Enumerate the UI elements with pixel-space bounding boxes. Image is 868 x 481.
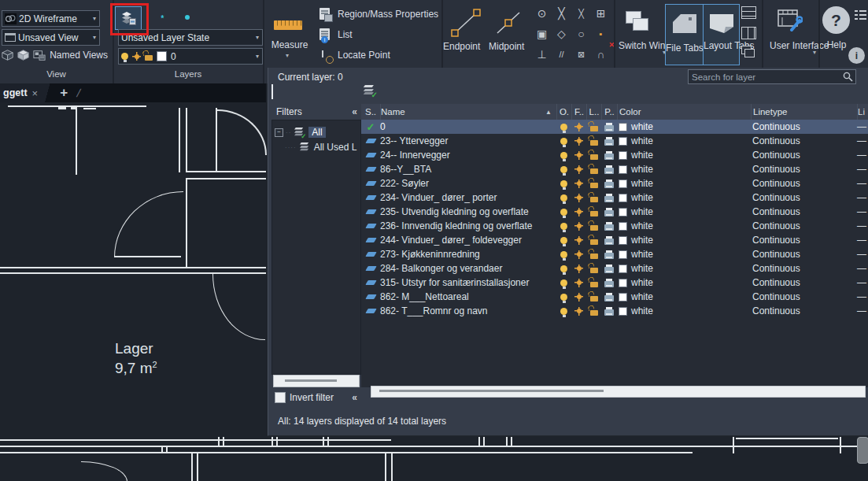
midpoint-button[interactable]: Midpoint	[489, 41, 524, 52]
layer-lock-icon[interactable]	[590, 197, 598, 202]
snap-node-icon[interactable]: ▣	[532, 24, 552, 44]
layer-color-swatch[interactable]	[619, 123, 627, 131]
layer-color-swatch[interactable]	[619, 179, 627, 188]
measure-button[interactable]: Measure	[268, 39, 312, 50]
chevron-down-icon[interactable]: ▾	[813, 49, 816, 56]
layer-plot-icon[interactable]	[604, 267, 614, 273]
locate-point-button[interactable]: Locate Point	[319, 49, 390, 61]
infocenter-list-icon[interactable]	[855, 9, 866, 22]
layer-freeze-icon[interactable]	[574, 165, 583, 174]
layer-lineweight[interactable]: —	[857, 305, 868, 316]
layer-row[interactable]: 862- M___NettoarealwhiteContinuous—	[361, 290, 868, 304]
layer-lineweight[interactable]: —	[857, 220, 868, 231]
layer-lock-icon[interactable]	[590, 310, 598, 316]
collapse-filters-button[interactable]: «	[352, 392, 356, 403]
snap-apparent-intersection-icon[interactable]: ╳	[571, 3, 591, 24]
layer-color-swatch[interactable]	[619, 307, 627, 316]
layer-lock-icon[interactable]	[590, 225, 598, 231]
layer-lineweight[interactable]: —	[857, 178, 868, 189]
layer-lineweight[interactable]: —	[857, 263, 868, 274]
filters-scrollbar[interactable]	[273, 375, 360, 387]
layer-dropdown[interactable]: 0 ▾	[118, 48, 263, 65]
named-views-button[interactable]: Named Views	[50, 50, 108, 61]
layer-plot-icon[interactable]	[604, 196, 614, 202]
layer-lock-icon[interactable]	[590, 126, 598, 131]
layer-lock-icon[interactable]	[590, 183, 598, 188]
layer-color-swatch[interactable]	[619, 279, 627, 287]
switch-windows-button[interactable]: Switch Windows	[619, 41, 663, 51]
snap-center-icon[interactable]: ⊙	[532, 3, 552, 24]
layer-freeze-icon[interactable]	[574, 151, 583, 160]
layer-on-icon[interactable]	[560, 152, 567, 159]
layer-search-box[interactable]	[688, 69, 856, 84]
cascade-windows-icon[interactable]	[741, 46, 755, 58]
layer-freeze-icon[interactable]	[574, 307, 583, 316]
layer-lock-icon[interactable]	[590, 253, 598, 259]
layer-linetype[interactable]: Continuous	[751, 220, 857, 231]
layer-plot-icon[interactable]	[604, 168, 614, 174]
layer-lock-icon[interactable]	[590, 140, 598, 146]
layer-lineweight[interactable]: —	[857, 277, 868, 288]
layer-plot-icon[interactable]	[604, 125, 614, 131]
layer-lineweight[interactable]: —	[857, 121, 868, 132]
info-icon[interactable]: i	[848, 47, 865, 64]
layer-color-swatch[interactable]	[619, 137, 627, 146]
snap-parallel-icon[interactable]: //	[552, 44, 571, 65]
snap-intersection-icon[interactable]: ╳	[552, 3, 571, 24]
layer-properties-button[interactable]	[115, 6, 142, 30]
layer-lineweight[interactable]: —	[857, 291, 868, 302]
help-button[interactable]: Help	[822, 39, 851, 50]
layer-row[interactable]: 222- SøylerwhiteContinuous—	[361, 176, 868, 191]
layer-lineweight[interactable]: —	[857, 135, 868, 146]
column-linetype[interactable]: Linetype	[751, 104, 857, 120]
layer-freeze-icon[interactable]	[574, 179, 583, 188]
layer-lineweight[interactable]: —	[857, 206, 868, 217]
layer-freeze-icon[interactable]	[574, 137, 583, 146]
snap-none-icon[interactable]: ∩✕	[591, 44, 611, 65]
layer-freeze-icon[interactable]	[574, 265, 583, 273]
layer-lineweight[interactable]: —	[857, 249, 868, 260]
layer-row[interactable]: 862- T___Romnr og navnwhiteContinuous—	[361, 304, 868, 318]
visual-style-dropdown[interactable]: 2D Wireframe ▾	[2, 10, 100, 27]
layer-row[interactable]: 244- Vinduer_ dører_ foldeveggerwhiteCon…	[361, 233, 868, 247]
file-tabs-button[interactable]: File Tabs	[665, 4, 704, 65]
close-icon[interactable]: ×	[32, 87, 39, 99]
layer-states-icon[interactable]: ✓	[364, 85, 376, 96]
layer-linetype[interactable]: Continuous	[751, 178, 857, 189]
snap-perpendicular-icon[interactable]: ⊥	[532, 44, 552, 65]
layer-freeze-icon[interactable]	[574, 208, 583, 216]
layer-color-swatch[interactable]	[619, 151, 627, 160]
layer-color-swatch[interactable]	[619, 265, 627, 273]
column-lineweight[interactable]: Li	[857, 104, 868, 120]
layer-color-swatch[interactable]	[619, 236, 627, 245]
list-scrollbar[interactable]	[371, 386, 866, 398]
column-plot[interactable]: P..	[601, 104, 617, 120]
layer-row[interactable]: 236- Innvendig kledning og overflatewhit…	[361, 219, 868, 233]
collapse-filters-button[interactable]: «	[352, 106, 356, 117]
layer-lineweight[interactable]: —	[857, 192, 868, 203]
help-icon[interactable]: ?	[822, 6, 850, 34]
layer-row[interactable]: 234- Vinduer_ dører_ porterwhiteContinuo…	[361, 191, 868, 205]
layer-linetype[interactable]: Continuous	[751, 121, 857, 132]
layer-linetype[interactable]: Continuous	[751, 135, 857, 146]
layer-on-icon[interactable]	[560, 237, 567, 244]
layer-color-swatch[interactable]	[619, 194, 627, 202]
layer-freeze-icon[interactable]	[574, 236, 583, 245]
canvas-scrollbar[interactable]	[857, 437, 868, 464]
layer-color-swatch[interactable]	[619, 293, 627, 302]
layer-plot-icon[interactable]	[604, 239, 614, 245]
layer-on-icon[interactable]	[560, 223, 567, 230]
layer-linetype[interactable]: Continuous	[751, 192, 857, 203]
layer-linetype[interactable]: Continuous	[751, 150, 857, 161]
layer-lock-icon[interactable]	[590, 268, 598, 273]
layer-on-icon[interactable]	[560, 265, 567, 272]
column-freeze[interactable]: F..	[571, 104, 586, 120]
layer-color-swatch[interactable]	[619, 208, 627, 216]
layout-tabs-button[interactable]: Layout Tabs	[703, 4, 740, 65]
layer-on-icon[interactable]	[560, 209, 567, 216]
layer-on-icon[interactable]	[560, 279, 567, 287]
column-status[interactable]: S..	[361, 104, 380, 120]
tile-vertically-icon[interactable]	[741, 27, 756, 39]
layer-plot-icon[interactable]	[604, 309, 614, 316]
layer-linetype[interactable]: Continuous	[751, 263, 857, 274]
